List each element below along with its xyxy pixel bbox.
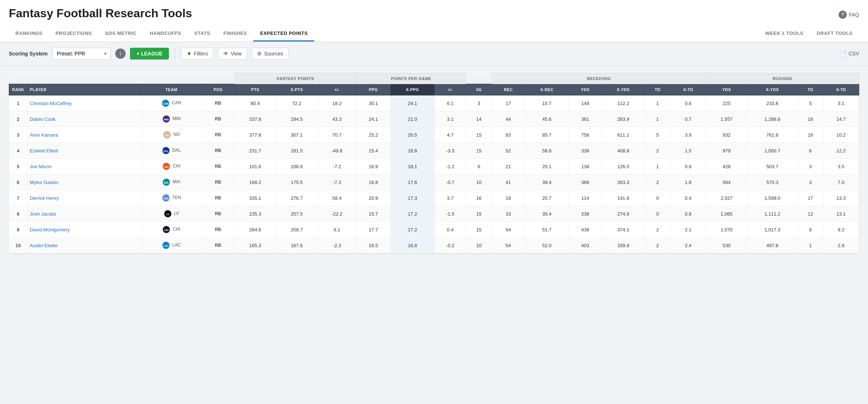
nav-item-rankings[interactable]: RANKINGS [9, 26, 49, 42]
col-xpts[interactable]: X-PTS [276, 84, 318, 95]
cell-xrec: 35.4 [525, 206, 569, 222]
col-yds[interactable]: YDS [569, 84, 601, 95]
cell-td: 2 [645, 174, 670, 190]
cell-ppg: 16.8 [356, 174, 391, 190]
cell-pts-diff: 6.1 [318, 222, 356, 238]
col-pts[interactable]: PTS [235, 84, 275, 95]
cell-rush-xyds: 1,286.8 [747, 111, 798, 127]
cell-xppg: 18.1 [391, 159, 434, 174]
cell-pos: RB [201, 159, 235, 174]
cell-rank: 3 [9, 127, 28, 143]
cell-pts: 165.3 [235, 238, 275, 253]
cell-ppg: 16.9 [356, 159, 391, 174]
table-row: 8 David Montgomery CHI CHI RB 264.8 258.… [9, 222, 859, 238]
cell-player: Derrick Henry [28, 190, 142, 206]
cell-xpts: 175.5 [276, 174, 318, 190]
cell-xppg: 16.8 [391, 238, 434, 253]
cell-xpts: 307.1 [276, 127, 318, 143]
nav-item-week1-tools[interactable]: WEEK 1 TOOLS [759, 26, 810, 42]
col-rush-xyds[interactable]: X-YDS [747, 84, 798, 95]
cell-xpts: 108.8 [276, 159, 318, 174]
col-rush-xtd[interactable]: X-TD [823, 84, 859, 95]
cell-rush-xyds: 570.3 [747, 174, 798, 190]
cell-ppg-diff: -0.2 [434, 238, 466, 253]
col-rank[interactable]: RANK [9, 84, 28, 95]
col-xyds[interactable]: X-YDS [602, 84, 645, 95]
cell-team: MIA MIA [141, 174, 201, 190]
cell-rank: 1 [9, 95, 28, 111]
svg-text:DAL: DAL [163, 150, 169, 152]
cell-games: 3 [466, 95, 492, 111]
cell-player: David Montgomery [28, 222, 142, 238]
nav-item-expected-points[interactable]: EXPECTED POINTS [253, 26, 314, 42]
cell-ppg-diff: 3.1 [434, 111, 466, 127]
cell-xyds: 339.9 [602, 238, 645, 253]
cell-ppg: 17.7 [356, 222, 391, 238]
sources-button[interactable]: ⚙ Sources [252, 48, 288, 59]
svg-text:NO: NO [165, 134, 169, 137]
cell-xyds: 263.3 [602, 174, 645, 190]
cell-pos: RB [201, 111, 235, 127]
cell-rush-xtd: 10.2 [823, 127, 859, 143]
cell-rec: 21 [492, 159, 525, 174]
col-pos[interactable]: POS [201, 84, 235, 95]
col-games[interactable]: #G [466, 84, 492, 95]
col-rush-td[interactable]: TD [798, 84, 823, 95]
data-table: FANTASY POINTS POINTS PER GAME RECEIVING… [9, 73, 859, 253]
csv-label: CSV [849, 51, 859, 57]
col-xtd[interactable]: X-TD [670, 84, 706, 95]
col-ppg[interactable]: PPG [356, 84, 391, 95]
cell-rush-yds: 2,027 [706, 190, 747, 206]
cell-pts-diff: -49.8 [318, 143, 356, 159]
cell-xpts: 167.6 [276, 238, 318, 253]
scoring-select[interactable]: Preset: PPR [52, 48, 111, 59]
cell-yds: 438 [569, 222, 601, 238]
nav-item-handcuffs[interactable]: HANDCUFFS [143, 26, 188, 42]
cell-yds: 338 [569, 143, 601, 159]
cell-player: Myles Gaskin [28, 174, 142, 190]
cell-pts: 335.1 [235, 190, 275, 206]
table-row: 1 Christian McCaffrey CAR CAR RB 90.4 72… [9, 95, 859, 111]
nav-item-stats[interactable]: STATS [188, 26, 217, 42]
cell-xtd: 0.7 [670, 111, 706, 127]
cell-rec: 54 [492, 222, 525, 238]
col-rec[interactable]: REC [492, 84, 525, 95]
col-xrec[interactable]: X-REC [525, 84, 569, 95]
cell-rush-xtd: 14.7 [823, 111, 859, 127]
cell-xtd: 2.4 [670, 238, 706, 253]
faq-button[interactable]: ? FAQ [839, 11, 859, 19]
cell-xtd: 0.4 [670, 190, 706, 206]
info-button[interactable]: i [115, 48, 126, 59]
cell-rush-td: 6 [798, 143, 823, 159]
col-rush-yds[interactable]: YDS [706, 84, 747, 95]
col-player[interactable]: PLAYER [28, 84, 142, 95]
col-header-row: RANK PLAYER TEAM POS PTS X-PTS +/- PPG X… [9, 84, 859, 95]
cell-rush-td: 5 [798, 95, 823, 111]
cell-yds: 138 [569, 159, 601, 174]
svg-text:LV: LV [166, 213, 169, 216]
scoring-select-wrapper[interactable]: Preset: PPR [52, 48, 111, 59]
col-team[interactable]: TEAM [141, 84, 201, 95]
cell-games: 6 [466, 159, 492, 174]
col-xppg[interactable]: X-PPG [391, 84, 434, 95]
cell-rush-xyds: 233.8 [747, 95, 798, 111]
nav-item-finishes[interactable]: FINISHES [217, 26, 254, 42]
csv-button[interactable]: 📄 CSV [840, 51, 859, 57]
cell-rec: 19 [492, 190, 525, 206]
filters-button[interactable]: ▼ Filters [181, 48, 213, 59]
cell-player: Josh Jacobs [28, 206, 142, 222]
cell-ppg: 24.1 [356, 111, 391, 127]
nav-item-draft-tools[interactable]: DRAFT TOOLS [810, 26, 859, 42]
col-pts-diff[interactable]: +/- [318, 84, 356, 95]
league-button[interactable]: + LEAGUE [130, 48, 169, 59]
nav-item-projections[interactable]: PROJECTIONS [49, 26, 98, 42]
nav-item-sos-metric[interactable]: SOS METRIC [98, 26, 143, 42]
col-ppg-diff[interactable]: +/- [434, 84, 466, 95]
col-td[interactable]: TD [645, 84, 670, 95]
gear-icon: ⚙ [257, 51, 262, 57]
table-container: FANTASY POINTS POINTS PER GAME RECEIVING… [0, 66, 868, 261]
view-button[interactable]: 👁 View [218, 48, 247, 59]
eye-icon: 👁 [223, 51, 228, 57]
group-fantasy-points: FANTASY POINTS [235, 73, 356, 84]
cell-ppg: 16.5 [356, 238, 391, 253]
